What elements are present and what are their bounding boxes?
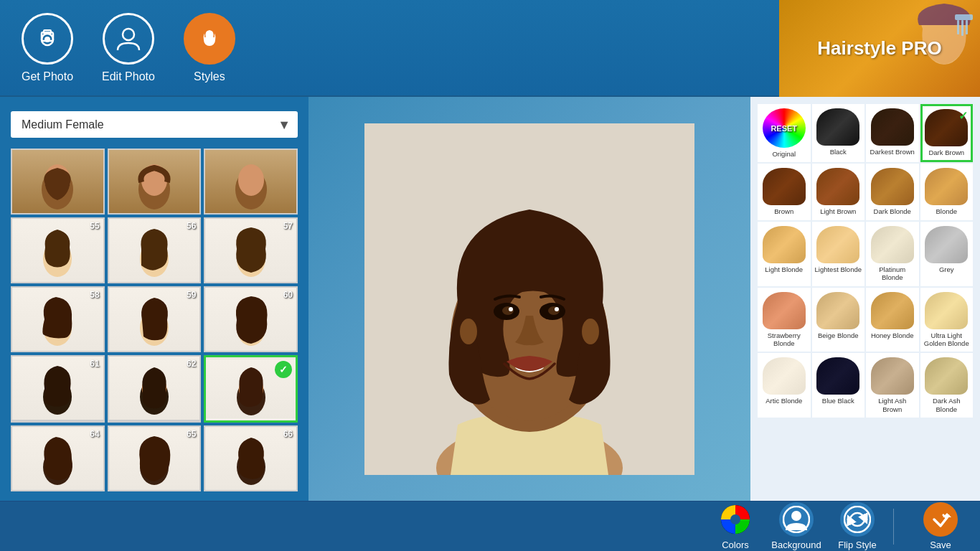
style-number-65: 65 bbox=[187, 429, 196, 439]
style-preview-63 bbox=[222, 357, 280, 420]
save-btn-label: Save bbox=[930, 540, 951, 550]
color-label-light-brown: Light Brown bbox=[820, 207, 856, 215]
color-swatch-grey bbox=[925, 226, 968, 263]
nav-edit-photo[interactable]: Edit Photo bbox=[102, 13, 155, 83]
style-preview-60 bbox=[222, 288, 280, 351]
color-swatch-ultra-light-golden-blonde bbox=[925, 292, 968, 329]
style-item-55[interactable]: 55 bbox=[11, 217, 105, 283]
color-label-beige-blonde: Beige Blonde bbox=[818, 331, 859, 339]
color-item-light-blonde[interactable]: Light Blonde bbox=[758, 222, 811, 286]
color-label-dark-ash-blonde: Dark Ash Blonde bbox=[923, 397, 971, 413]
color-item-grey[interactable]: Grey bbox=[920, 222, 974, 286]
style-preview-56 bbox=[126, 219, 183, 282]
style-number-59: 59 bbox=[187, 290, 196, 300]
color-item-light-ash-brown[interactable]: Light Ash Brown bbox=[866, 353, 919, 418]
style-category-select[interactable]: Medium Female Short Female Long Female S… bbox=[11, 111, 298, 138]
style-preview-61 bbox=[29, 357, 86, 420]
style-item-63[interactable]: ✓ bbox=[204, 355, 298, 423]
style-item-56[interactable]: 56 bbox=[108, 217, 202, 283]
color-wheel-icon bbox=[720, 504, 750, 534]
styles-label: Styles bbox=[194, 70, 225, 83]
color-item-honey-blonde[interactable]: Honey Blonde bbox=[866, 288, 919, 352]
style-number-56: 56 bbox=[187, 221, 196, 231]
style-item-57[interactable]: 57 bbox=[204, 217, 298, 283]
color-item-ultra-light-golden-blonde[interactable]: Ultra Light Golden Blonde bbox=[920, 288, 974, 352]
style-item-58[interactable]: 58 bbox=[11, 286, 105, 352]
color-swatch-light-ash-brown bbox=[871, 357, 914, 395]
save-toolbar-btn[interactable]: Save bbox=[915, 502, 966, 550]
style-item-66[interactable]: 66 bbox=[204, 425, 298, 491]
color-item-artic-blonde[interactable]: Artic Blonde bbox=[758, 353, 811, 418]
svg-point-4 bbox=[123, 29, 134, 40]
color-item-dark-ash-blonde[interactable]: Dark Ash Blonde bbox=[920, 353, 974, 418]
app-title: Hairstyle PRO bbox=[817, 37, 941, 60]
nav-styles[interactable]: Styles bbox=[184, 13, 235, 83]
colors-btn-icon bbox=[718, 502, 753, 537]
color-item-lightest-blonde[interactable]: Lightest Blonde bbox=[812, 222, 865, 286]
svg-rect-8 bbox=[957, 20, 959, 34]
color-label-brown: Brown bbox=[774, 207, 793, 215]
photo-area bbox=[308, 97, 750, 501]
svg-point-60 bbox=[928, 507, 953, 532]
color-swatch-lightest-blonde bbox=[816, 226, 859, 263]
svg-marker-59 bbox=[847, 517, 851, 522]
style-item-59[interactable]: 59 bbox=[108, 286, 202, 352]
svg-point-50 bbox=[555, 307, 559, 311]
background-toolbar-btn[interactable]: Background bbox=[771, 502, 821, 550]
selected-checkmark: ✓ bbox=[275, 361, 292, 378]
colors-panel: RESET Original Black Darkest Brown Dark … bbox=[750, 97, 980, 501]
color-item-beige-blonde[interactable]: Beige Blonde bbox=[812, 288, 865, 352]
photo-preview-svg bbox=[364, 123, 694, 475]
style-item-62[interactable]: 62 bbox=[108, 355, 202, 423]
color-label-grey: Grey bbox=[939, 265, 954, 273]
nav-get-photo[interactable]: Get Photo bbox=[22, 13, 73, 83]
style-number-64: 64 bbox=[90, 429, 99, 439]
styles-icon-circle bbox=[184, 13, 235, 65]
style-item-61[interactable]: 61 bbox=[11, 355, 105, 423]
color-item-blue-black[interactable]: Blue Black bbox=[812, 353, 865, 418]
person-icon bbox=[114, 24, 143, 53]
svg-point-56 bbox=[791, 511, 801, 521]
flip-style-toolbar-btn[interactable]: Flip Style bbox=[832, 502, 882, 550]
colors-toolbar-btn[interactable]: Colors bbox=[710, 502, 760, 550]
style-item-60[interactable]: 60 bbox=[204, 286, 298, 352]
color-label-black: Black bbox=[830, 148, 847, 156]
color-swatch-dark-blonde bbox=[871, 168, 914, 205]
color-label-strawberry-blonde: Strawberry Blonde bbox=[760, 331, 808, 348]
svg-point-51 bbox=[460, 319, 477, 344]
style-dropdown-wrapper[interactable]: Medium Female Short Female Long Female S… bbox=[11, 111, 298, 138]
color-item-darkest-brown[interactable]: Darkest Brown bbox=[866, 104, 919, 162]
color-item-platinum-blonde[interactable]: Platinum Blonde bbox=[866, 222, 919, 286]
style-number-60: 60 bbox=[283, 290, 293, 300]
logo-area: Hairstyle PRO bbox=[779, 0, 980, 97]
colors-grid: RESET Original Black Darkest Brown Dark … bbox=[758, 104, 973, 418]
style-item-65[interactable]: 65 bbox=[108, 425, 202, 491]
background-btn-icon bbox=[779, 502, 814, 537]
reset-circle: RESET bbox=[763, 108, 806, 148]
get-photo-label: Get Photo bbox=[22, 70, 73, 83]
style-item-top-3[interactable] bbox=[204, 149, 298, 215]
color-item-original[interactable]: RESET Original bbox=[758, 104, 811, 162]
style-preview-66 bbox=[222, 427, 280, 490]
style-number-66: 66 bbox=[283, 429, 293, 439]
color-item-brown[interactable]: Brown bbox=[758, 164, 811, 220]
color-item-black[interactable]: Black bbox=[812, 104, 865, 162]
style-item-top-2[interactable] bbox=[108, 149, 202, 215]
color-item-light-brown[interactable]: Light Brown bbox=[812, 164, 865, 220]
svg-rect-9 bbox=[961, 20, 963, 36]
color-item-blonde[interactable]: Blonde bbox=[920, 164, 974, 220]
color-label-ultra-light-golden-blonde: Ultra Light Golden Blonde bbox=[923, 331, 971, 348]
style-item-64[interactable]: 64 bbox=[11, 425, 105, 491]
svg-marker-58 bbox=[864, 517, 868, 522]
color-swatch-dark-ash-blonde bbox=[925, 357, 968, 395]
camera-icon bbox=[33, 24, 62, 53]
color-swatch-brown bbox=[763, 168, 806, 205]
main-content: Medium Female Short Female Long Female S… bbox=[0, 97, 980, 501]
color-item-dark-brown[interactable]: Dark Brown bbox=[920, 104, 974, 162]
color-swatch-honey-blonde bbox=[871, 292, 914, 329]
style-item-top-1[interactable] bbox=[11, 149, 105, 215]
style-preview-57 bbox=[222, 219, 280, 282]
color-item-strawberry-blonde[interactable]: Strawberry Blonde bbox=[758, 288, 811, 352]
color-swatch-strawberry-blonde bbox=[763, 292, 806, 329]
color-item-dark-blonde[interactable]: Dark Blonde bbox=[866, 164, 919, 220]
